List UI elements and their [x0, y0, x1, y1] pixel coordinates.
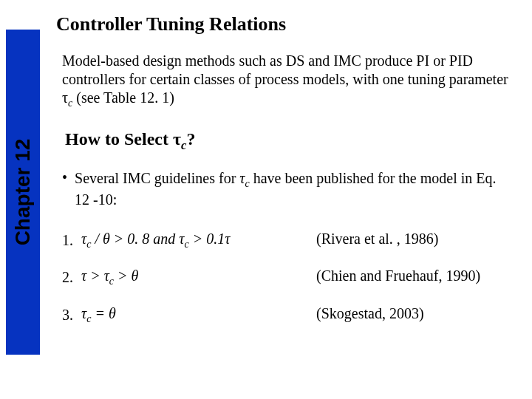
chapter-sidebar: Chapter 12: [6, 30, 40, 355]
g3-c: = θ: [91, 305, 115, 321]
guideline-1-ref: (Rivera et al. , 1986): [316, 230, 514, 251]
intro-paragraph: Model-based design methods such as DS an…: [62, 52, 513, 110]
guideline-2-expr: τ > τc > θ: [81, 267, 138, 288]
slide-body: Model-based design methods such as DS an…: [52, 52, 514, 325]
slide-page: Chapter 12 Controller Tuning Relations M…: [0, 0, 532, 399]
guideline-1-expr: τc / θ > 0. 8 and τc > 0.1τ: [81, 230, 230, 251]
guideline-3-left: 3. τc = θ: [62, 304, 299, 326]
chapter-label: Chapter 12: [11, 139, 35, 246]
guideline-3-ref: (Skogestad, 2003): [316, 304, 514, 326]
guidelines-list: 1. τc / θ > 0. 8 and τc > 0.1τ (Rivera e…: [62, 230, 514, 326]
slide-title: Controller Tuning Relations: [56, 13, 514, 35]
bullet-item: • Several IMC guidelines for τc have bee…: [62, 169, 505, 209]
guideline-2-num: 2.: [62, 268, 75, 287]
guideline-3-num: 3.: [62, 306, 75, 324]
guideline-1-num: 1.: [62, 231, 75, 250]
bullet-text-1: Several IMC guidelines for: [75, 170, 239, 186]
g2-c: > θ: [114, 267, 138, 284]
g2-a: τ > τ: [81, 267, 109, 284]
g1-c: / θ > 0. 8 and: [91, 231, 179, 247]
subheading: How to Select τc?: [65, 128, 514, 154]
intro-text-c: (see Table 12. 1): [72, 89, 174, 106]
guideline-1-left: 1. τc / θ > 0. 8 and τc > 0.1τ: [62, 230, 299, 251]
g1-f: > 0.1τ: [189, 231, 231, 247]
bullet-symbol: τc: [239, 170, 249, 186]
guideline-2-ref: (Chien and Fruehauf, 1990): [316, 267, 514, 288]
bullet-text: Several IMC guidelines for τc have been …: [75, 169, 505, 209]
guideline-2-left: 2. τ > τc > θ: [62, 267, 299, 288]
subheading-a: How to Select τ: [65, 129, 181, 149]
guideline-3-expr: τc = θ: [81, 304, 116, 326]
bullet-dot-icon: •: [62, 169, 67, 209]
subheading-c: ?: [186, 129, 195, 149]
